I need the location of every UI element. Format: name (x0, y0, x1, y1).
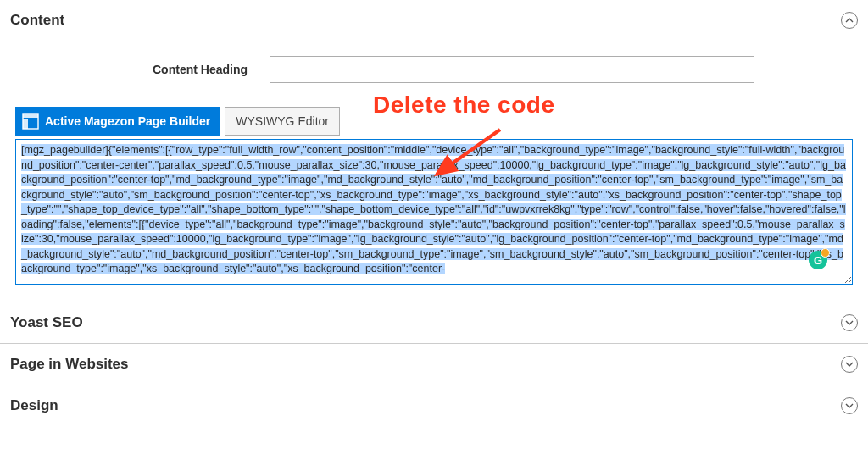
content-code-textarea[interactable]: [mgz_pagebuilder]{"elements":[{"row_type… (15, 139, 853, 285)
section-title: Page in Websites (10, 356, 129, 373)
wysiwyg-editor-button[interactable]: WYSIWYG Editor (225, 107, 340, 136)
content-heading-input[interactable] (270, 56, 754, 83)
editor-toolbar: Active Magezon Page Builder WYSIWYG Edit… (15, 107, 853, 136)
active-page-builder-button[interactable]: Active Magezon Page Builder (15, 107, 220, 136)
svg-rect-2 (23, 119, 28, 129)
section-header-content[interactable]: Content (10, 12, 858, 29)
section-title: Content (10, 12, 64, 29)
page-builder-icon (21, 112, 40, 130)
section-yoast: Yoast SEO (0, 302, 868, 344)
active-page-builder-label: Active Magezon Page Builder (45, 114, 210, 128)
section-page-in-websites: Page in Websites (0, 344, 868, 385)
grammarly-icon[interactable]: G (809, 251, 827, 269)
chevron-down-icon (841, 356, 858, 373)
section-content: Content Content Heading Active Magezon P… (0, 0, 868, 302)
section-design: Design (0, 385, 868, 426)
code-wrap: [mgz_pagebuilder]{"elements":[{"row_type… (15, 139, 853, 285)
wysiwyg-editor-label: WYSIWYG Editor (236, 114, 329, 128)
section-header-design[interactable]: Design (10, 397, 858, 414)
section-title: Yoast SEO (10, 314, 83, 331)
chevron-down-icon (841, 314, 858, 331)
section-header-yoast[interactable]: Yoast SEO (10, 314, 858, 331)
grammarly-badge-icon (821, 248, 830, 258)
section-title: Design (10, 397, 58, 414)
field-content-heading: Content Heading (15, 56, 853, 83)
section-header-pagesites[interactable]: Page in Websites (10, 356, 858, 373)
selected-code-text: [mgz_pagebuilder]{"elements":[{"row_type… (21, 144, 846, 274)
svg-rect-1 (23, 114, 38, 118)
chevron-up-icon (841, 12, 858, 29)
chevron-down-icon (841, 397, 858, 414)
content-body: Content Heading Active Magezon Page Buil… (10, 29, 858, 290)
content-heading-label: Content Heading (15, 63, 270, 76)
